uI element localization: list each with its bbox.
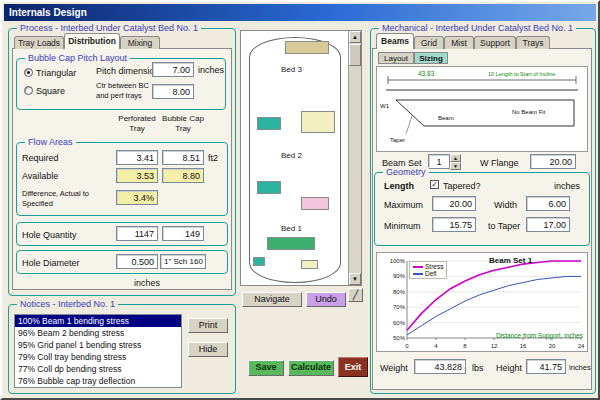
weight-field: 43.828 (414, 359, 466, 374)
pitch-dimension-field[interactable]: 7.00 (152, 62, 194, 77)
to-taper-field[interactable]: 17.00 (526, 217, 570, 232)
notice-item-3[interactable]: 95% Grid panel 1 bending stress (15, 339, 181, 351)
svg-text:70%: 70% (393, 304, 406, 310)
bed2-internal-teal (257, 181, 281, 194)
chart-xlabel: Distance from Support, inches (496, 332, 583, 339)
bed2-label: Bed 2 (281, 151, 302, 160)
minimum-field[interactable]: 15.75 (432, 217, 476, 232)
tab-mist[interactable]: Mist (444, 36, 474, 49)
incline-note: 10 Length to Start of Incline (488, 71, 555, 77)
beam-label: Beam (438, 115, 454, 121)
notices-title: Notices - Interbed No. 1 (17, 299, 118, 309)
tab-trays[interactable]: Trays (516, 36, 550, 49)
tab-tray-loads[interactable]: Tray Loads (14, 36, 64, 49)
bed3-internal-teal (257, 117, 281, 130)
bed3-packing-block (285, 41, 329, 54)
available-perforated-field: 3.53 (116, 168, 158, 183)
hole-quantity-bubblecap-field[interactable]: 149 (162, 226, 204, 241)
diagram-scrollbar[interactable]: ▲ ▼ (348, 31, 361, 285)
svg-text:90%: 90% (393, 273, 406, 279)
notice-item-6[interactable]: 76% Bubble cap tray deflection (15, 375, 181, 387)
required-perforated-field[interactable]: 3.41 (116, 150, 158, 165)
tapered-label: Tapered? (443, 181, 481, 191)
exit-button[interactable]: Exit (338, 357, 368, 377)
bed3-internal-yellow (301, 111, 335, 133)
beam-set-up-icon[interactable]: ▲ (450, 154, 461, 162)
svg-text:50%: 50% (393, 335, 406, 341)
w1-label: W1 (380, 103, 390, 109)
pitch-units-label: inches (198, 65, 224, 75)
hide-button[interactable]: Hide (188, 342, 228, 357)
triangular-radio[interactable] (24, 68, 33, 77)
flow-units-label: ft2 (208, 153, 218, 163)
notices-listbox[interactable]: 100% Beam 1 bending stress 96% Beam 2 be… (14, 314, 182, 388)
subtab-layout[interactable]: Layout (378, 52, 414, 64)
geometry-units-label: inches (554, 181, 580, 191)
height-units-label: inches (569, 363, 591, 373)
notice-item-1[interactable]: 100% Beam 1 bending stress (15, 315, 181, 327)
column-diagram[interactable]: Bed 3 Bed 2 Bed 1 ▲ ▼ (240, 30, 362, 286)
scroll-up-icon[interactable]: ▲ (349, 31, 361, 43)
hole-diameter-label: Hole Diameter (22, 258, 80, 268)
chart-legend: Stress Defl (409, 261, 447, 279)
print-button[interactable]: Print (188, 318, 228, 333)
internals-design-window: Internals Design Process - Interbed Unde… (0, 0, 600, 400)
table-units-label: inches (134, 278, 160, 288)
bubble-cap-tray-header: Bubble Cap Tray (161, 114, 205, 134)
calculate-button[interactable]: Calculate (288, 360, 334, 376)
pitch-layout-title: Bubble Cap Pitch Layout (25, 53, 130, 63)
available-bubblecap-field: 8.80 (162, 168, 204, 183)
scroll-down-icon[interactable]: ▼ (349, 273, 361, 285)
hole-quantity-perforated-field[interactable]: 1147 (116, 226, 158, 241)
perforated-tray-header: Perforated Tray (115, 114, 159, 134)
hole-diameter-perforated-field[interactable]: 0.500 (116, 254, 158, 269)
title-bar[interactable]: Internals Design (4, 4, 596, 21)
no-beam-fit-label: No Beam Fit (512, 109, 546, 115)
svg-text:16: 16 (520, 343, 527, 349)
notice-item-5[interactable]: 77% Coll dp bending stress (15, 363, 181, 375)
length-label: Length (384, 181, 414, 191)
svg-text:4: 4 (434, 343, 438, 349)
width-label: Width (494, 200, 517, 210)
notice-item-4[interactable]: 79% Coll tray bending stress (15, 351, 181, 363)
tab-support[interactable]: Support (474, 36, 516, 49)
process-group-title: Process - Interbed Under Catalyst Bed No… (17, 23, 201, 33)
bed1-internal-teal-small (253, 257, 265, 266)
width-field[interactable]: 6.00 (526, 196, 570, 211)
subtab-sizing[interactable]: Sizing (414, 52, 448, 64)
svg-text:80%: 80% (393, 289, 406, 295)
tab-grid[interactable]: Grid (414, 36, 444, 49)
legend-label-stress: Stress (425, 263, 443, 270)
zoom-icon[interactable]: ╱ (348, 288, 363, 302)
available-label: Available (22, 171, 58, 181)
svg-text:100%: 100% (390, 258, 406, 264)
w-flange-field[interactable]: 20.00 (530, 154, 576, 169)
tab-mixing[interactable]: Mixing (120, 36, 160, 49)
scroll-thumb[interactable] (349, 44, 361, 66)
navigate-button[interactable]: Navigate (242, 292, 302, 307)
beam-set-spinner[interactable]: 1 (428, 154, 450, 169)
required-label: Required (22, 153, 59, 163)
beam-set-down-icon[interactable]: ▼ (450, 162, 461, 170)
beam-length-dim: 43.83 (418, 70, 435, 77)
svg-text:12: 12 (491, 343, 498, 349)
undo-button[interactable]: Undo (306, 292, 346, 307)
notice-item-2[interactable]: 96% Beam 2 bending stress (15, 327, 181, 339)
maximum-field[interactable]: 20.00 (432, 196, 476, 211)
square-radio[interactable] (24, 86, 33, 95)
hole-diameter-bubblecap-field[interactable]: 1" Sch 160 (160, 254, 206, 269)
bed1-internal-yellow-small (301, 260, 318, 269)
tapered-checkbox[interactable]: ✓ (430, 180, 439, 189)
height-label: Height (496, 363, 522, 373)
svg-text:0: 0 (405, 343, 409, 349)
ctr-field[interactable]: 8.00 (152, 84, 194, 99)
tab-beams[interactable]: Beams (376, 33, 414, 49)
tab-distribution[interactable]: Distribution (64, 33, 120, 49)
svg-text:20: 20 (549, 343, 556, 349)
ctr-label: Ctr between BC and perf trays (96, 81, 150, 101)
save-button[interactable]: Save (248, 360, 284, 376)
geometry-title: Geometry (383, 167, 429, 177)
chart-title: Beam Set 1 (489, 256, 532, 265)
svg-text:60%: 60% (393, 320, 406, 326)
required-bubblecap-field[interactable]: 8.51 (162, 150, 204, 165)
